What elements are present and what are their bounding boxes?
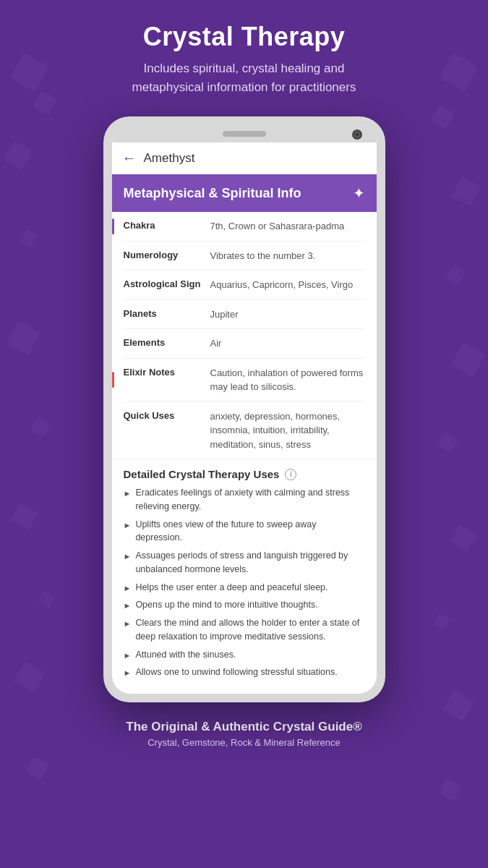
item-text: Assuages periods of stress and languish … xyxy=(135,549,364,576)
bullet-icon: ► xyxy=(124,488,132,500)
list-item: ► Allows one to unwind following stressf… xyxy=(124,665,365,679)
list-item: ► Assuages periods of stress and languis… xyxy=(124,549,365,576)
bullet-icon: ► xyxy=(124,650,132,662)
item-text: Allows one to unwind following stressful… xyxy=(135,665,337,679)
item-text: Opens up the mind to more intuitive thou… xyxy=(135,598,317,612)
detailed-title: Detailed Crystal Therapy Uses xyxy=(124,468,280,480)
astro-label: Astrological Sign xyxy=(124,278,210,289)
chakra-value: 7th, Crown or Sahasrara-padma xyxy=(210,219,365,234)
elixir-label: Elixir Notes xyxy=(124,366,210,378)
numerology-label: Numerology xyxy=(124,249,210,260)
list-item: ► Uplifts ones view of the future to swe… xyxy=(124,518,365,545)
planets-label: Planets xyxy=(124,307,210,319)
elements-label: Elements xyxy=(124,336,210,348)
elixir-value: Caution, inhalation of powered forms may… xyxy=(210,366,365,394)
item-text: Attuned with the sinuses. xyxy=(135,648,236,662)
screen-title: Amethyst xyxy=(144,151,195,166)
detailed-list: ► Eradicates feelings of anxiety with ca… xyxy=(112,486,377,694)
item-text: Helps the user enter a deep and peaceful… xyxy=(135,581,328,595)
item-text: Eradicates feelings of anxiety with calm… xyxy=(135,486,364,514)
info-row-numerology: Numerology Vibrates to the number 3. xyxy=(124,242,365,271)
quick-uses-label: Quick Uses xyxy=(124,409,210,421)
elixir-indicator xyxy=(112,372,114,388)
app-header: ← Amethyst xyxy=(112,142,377,174)
main-title: Crystal Therapy xyxy=(143,22,346,52)
list-item: ► Eradicates feelings of anxiety with ca… xyxy=(124,486,365,514)
bullet-icon: ► xyxy=(124,600,132,612)
footer-brand: The Original & Authentic Crystal Guide® xyxy=(126,720,361,734)
astro-value: Aquarius, Capricorn, Pisces, Virgo xyxy=(210,278,365,292)
list-item: ► Helps the user enter a deep and peacef… xyxy=(124,581,365,595)
footer-sub: Crystal, Gemstone, Rock & Mineral Refere… xyxy=(126,737,361,748)
phone-camera xyxy=(352,129,362,140)
info-row-elixir: Elixir Notes Caution, inhalation of powe… xyxy=(124,359,365,402)
bullet-icon: ► xyxy=(124,519,132,532)
detailed-header: Detailed Crystal Therapy Uses i xyxy=(112,459,377,486)
info-row-astro: Astrological Sign Aquarius, Capricorn, P… xyxy=(124,271,365,300)
item-text: Uplifts ones view of the future to sweep… xyxy=(135,518,364,545)
planets-value: Jupiter xyxy=(210,307,365,322)
bullet-icon: ► xyxy=(124,667,132,679)
info-icon: i xyxy=(285,469,296,480)
info-row-elements: Elements Air xyxy=(124,329,365,359)
page-content: Crystal Therapy Includes spiritual, crys… xyxy=(0,0,488,780)
list-item: ► Attuned with the sinuses. xyxy=(124,648,365,662)
back-button[interactable]: ← xyxy=(122,150,137,166)
section-header: Metaphysical & Spiritual Info ✦ xyxy=(112,174,377,212)
footer: The Original & Authentic Crystal Guide® … xyxy=(126,720,361,765)
list-item: ► Opens up the mind to more intuitive th… xyxy=(124,598,365,612)
subtitle: Includes spiritual, crystal healing and … xyxy=(132,59,356,96)
info-row-planets: Planets Jupiter xyxy=(124,300,365,330)
bullet-icon: ► xyxy=(124,618,132,630)
phone-top-bar xyxy=(112,125,377,142)
item-text: Clears the mind and allows the holder to… xyxy=(135,616,364,644)
info-row-chakra: Chakra 7th, Crown or Sahasrara-padma xyxy=(124,212,365,242)
section-header-title: Metaphysical & Spiritual Info xyxy=(124,186,301,201)
info-row-quick-uses: Quick Uses anxiety, depression, hormones… xyxy=(124,402,365,459)
phone-speaker xyxy=(223,131,266,137)
info-table: Chakra 7th, Crown or Sahasrara-padma Num… xyxy=(112,212,377,459)
sparkle-icon: ✦ xyxy=(353,184,365,202)
chakra-label: Chakra xyxy=(124,219,210,231)
phone-mockup: ← Amethyst Metaphysical & Spiritual Info… xyxy=(103,116,385,702)
elements-value: Air xyxy=(210,336,365,351)
chakra-indicator xyxy=(112,218,114,234)
list-item: ► Clears the mind and allows the holder … xyxy=(124,616,365,644)
bullet-icon: ► xyxy=(124,550,132,563)
quick-uses-value: anxiety, depression, hormones, insomnia,… xyxy=(210,409,365,452)
numerology-value: Vibrates to the number 3. xyxy=(210,249,365,263)
bullet-icon: ► xyxy=(124,582,132,595)
phone-screen: ← Amethyst Metaphysical & Spiritual Info… xyxy=(112,125,377,694)
